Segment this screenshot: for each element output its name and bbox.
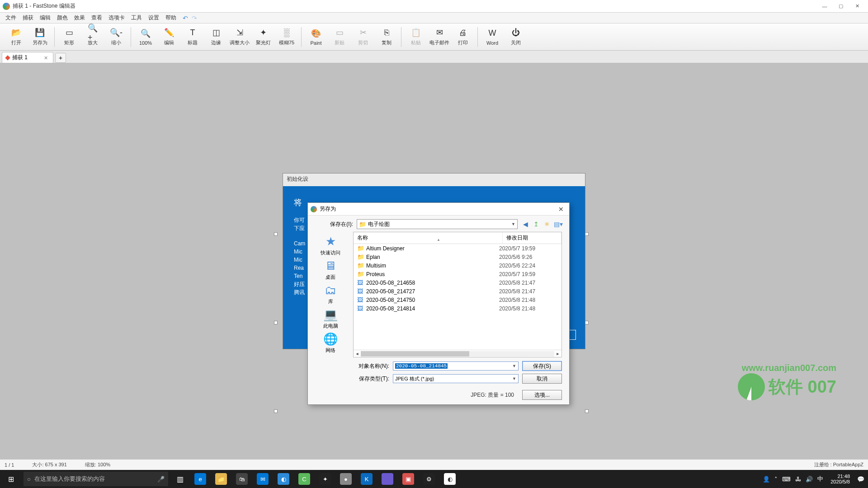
chevron-down-icon[interactable]: ▼ bbox=[512, 376, 516, 381]
tray-network-icon[interactable]: 🖧 bbox=[795, 476, 801, 483]
tool-关闭[interactable]: ⏻关闭 bbox=[504, 26, 528, 48]
scroll-left-icon[interactable]: ◄ bbox=[354, 352, 361, 356]
options-button[interactable]: 选项... bbox=[522, 390, 562, 400]
file-list-header[interactable]: 名称 修改日期 bbox=[354, 232, 561, 244]
horizontal-scrollbar[interactable]: ◄ ► bbox=[354, 350, 561, 357]
tool-编辑[interactable]: ✏️编辑 bbox=[157, 26, 181, 48]
tool-调整大小[interactable]: ⇲调整大小 bbox=[228, 26, 251, 48]
save-button[interactable]: 保存(S) bbox=[522, 361, 562, 371]
tb-app-faststone[interactable]: ◐ bbox=[439, 470, 460, 488]
tb-app-red[interactable]: ▣ bbox=[398, 470, 419, 488]
tool-电子邮件[interactable]: ✉电子邮件 bbox=[428, 26, 451, 48]
file-row[interactable]: 📁Eplan2020/5/6 9:26 bbox=[354, 253, 561, 261]
tool-打印[interactable]: 🖨打印 bbox=[451, 26, 475, 48]
tool-标题[interactable]: T标题 bbox=[181, 26, 204, 48]
menu-文件[interactable]: 文件 bbox=[3, 13, 19, 23]
tb-app-explorer[interactable]: 📁 bbox=[211, 470, 231, 488]
minimize-button[interactable]: — bbox=[816, 1, 833, 11]
tb-app-store[interactable]: 🛍 bbox=[231, 470, 252, 488]
dialog-close-button[interactable]: ✕ bbox=[556, 206, 566, 213]
file-row[interactable]: 🖼2020-05-08_2148142020/5/8 21:48 bbox=[354, 304, 561, 313]
tb-app-kugou[interactable]: K bbox=[356, 470, 377, 488]
maximize-button[interactable]: ▢ bbox=[833, 1, 849, 11]
tb-app-colorful[interactable]: ✦ bbox=[315, 470, 335, 488]
resize-handle[interactable] bbox=[274, 321, 278, 324]
tb-app-camtasia[interactable]: C bbox=[294, 470, 315, 488]
place-桌面[interactable]: 🖥桌面 bbox=[312, 259, 349, 281]
tray-input-icon[interactable]: ⌨ bbox=[782, 476, 791, 483]
mic-icon[interactable]: 🎤 bbox=[157, 476, 165, 483]
taskbar-clock[interactable]: 21:48 2020/5/8 bbox=[828, 474, 853, 484]
back-icon[interactable]: ◀ bbox=[521, 221, 529, 228]
tb-app-settings[interactable]: ⚙ bbox=[419, 470, 439, 488]
tray-up-icon[interactable]: ˄ bbox=[774, 476, 778, 483]
file-row[interactable]: 🖼2020-05-08_2146582020/5/8 21:47 bbox=[354, 278, 561, 287]
file-row[interactable]: 🖼2020-05-08_2147272020/5/8 21:47 bbox=[354, 287, 561, 296]
menu-颜色[interactable]: 颜色 bbox=[54, 13, 71, 23]
undo-icon[interactable]: ↶ bbox=[183, 14, 190, 22]
menu-帮助[interactable]: 帮助 bbox=[163, 13, 179, 23]
tray-ime-icon[interactable]: 中 bbox=[817, 475, 823, 483]
filename-input[interactable]: 2020-05-08_214845 ▼ bbox=[393, 361, 519, 371]
save-in-dropdown[interactable]: 📁 电子绘图 ▼ bbox=[357, 219, 518, 229]
scroll-right-icon[interactable]: ► bbox=[554, 352, 561, 356]
view-icon[interactable]: ▤▾ bbox=[554, 221, 562, 228]
task-view-button[interactable]: ▥ bbox=[170, 470, 190, 488]
menu-查看[interactable]: 查看 bbox=[89, 13, 105, 23]
chevron-down-icon[interactable]: ▼ bbox=[512, 364, 516, 368]
column-date[interactable]: 修改日期 bbox=[503, 232, 561, 244]
menu-设置[interactable]: 设置 bbox=[146, 13, 162, 23]
resize-handle[interactable] bbox=[585, 321, 589, 324]
tab-capture-1[interactable]: 捕获 1 ✕ bbox=[2, 52, 53, 63]
tool-聚光灯[interactable]: ✦聚光灯 bbox=[251, 26, 275, 48]
tool-矩形[interactable]: ▭矩形 bbox=[57, 26, 81, 48]
canvas[interactable]: 初始化设 将 你可 下应 CamMicMicReaTen好压腾讯 另存为 ✕ 保… bbox=[0, 63, 868, 459]
place-此电脑[interactable]: 💻此电脑 bbox=[312, 308, 349, 329]
tool-打开[interactable]: 📂打开 bbox=[5, 26, 28, 48]
tool-另存为[interactable]: 💾另存为 bbox=[28, 26, 52, 48]
tb-app-mail[interactable]: ✉ bbox=[252, 470, 273, 488]
resize-handle[interactable] bbox=[274, 232, 278, 236]
file-row[interactable]: 📁Altium Designer2020/5/7 19:59 bbox=[354, 244, 561, 253]
menu-工具[interactable]: 工具 bbox=[128, 13, 145, 23]
tb-app-purple[interactable] bbox=[377, 470, 398, 488]
menu-选项卡[interactable]: 选项卡 bbox=[106, 13, 127, 23]
place-快速访问[interactable]: ★快速访问 bbox=[312, 235, 349, 256]
menu-捕获[interactable]: 捕获 bbox=[20, 13, 36, 23]
cancel-button[interactable]: 取消 bbox=[522, 374, 562, 384]
tool-paint[interactable]: 🎨Paint bbox=[304, 27, 328, 47]
tb-app-gray[interactable]: ● bbox=[335, 470, 356, 488]
tool-复制[interactable]: ⎘复制 bbox=[375, 26, 398, 48]
file-row[interactable]: 📁Proteus2020/5/7 19:59 bbox=[354, 270, 561, 278]
menu-编辑[interactable]: 编辑 bbox=[37, 13, 53, 23]
file-row[interactable]: 🖼2020-05-08_2147502020/5/8 21:48 bbox=[354, 296, 561, 304]
file-list[interactable]: 📁Altium Designer2020/5/7 19:59📁Eplan2020… bbox=[354, 244, 561, 350]
new-folder-icon[interactable]: ✳ bbox=[543, 221, 551, 228]
tb-app-edge[interactable]: e bbox=[190, 470, 211, 488]
redo-icon[interactable]: ↷ bbox=[192, 14, 199, 22]
notifications-icon[interactable]: 💬 bbox=[857, 476, 864, 483]
place-库[interactable]: 🗂库 bbox=[312, 283, 349, 305]
resize-handle[interactable] bbox=[585, 409, 589, 413]
close-button[interactable]: ✕ bbox=[849, 1, 865, 11]
column-name[interactable]: 名称 bbox=[354, 232, 503, 244]
tb-app-browser[interactable]: ◐ bbox=[273, 470, 294, 488]
resize-handle[interactable] bbox=[274, 409, 278, 413]
tray-people-icon[interactable]: 👤 bbox=[763, 476, 770, 483]
start-button[interactable]: ⊞ bbox=[0, 470, 22, 488]
menu-效果[interactable]: 效果 bbox=[71, 13, 88, 23]
tool-缩小[interactable]: 🔍-缩小 bbox=[104, 26, 128, 48]
resize-handle[interactable] bbox=[585, 232, 589, 236]
place-网络[interactable]: 🌐网络 bbox=[312, 332, 349, 354]
tab-add-button[interactable]: + bbox=[55, 53, 66, 63]
tab-close-icon[interactable]: ✕ bbox=[44, 55, 49, 61]
tray-volume-icon[interactable]: 🔊 bbox=[806, 476, 813, 483]
tool-word[interactable]: WWord bbox=[481, 27, 504, 47]
tool-边缘[interactable]: ◫边缘 bbox=[204, 26, 228, 48]
up-icon[interactable]: ↥ bbox=[532, 221, 540, 228]
filetype-dropdown[interactable]: JPEG 格式 (*.jpg) ▼ bbox=[393, 374, 519, 383]
file-row[interactable]: 📁Multisim2020/5/6 22:24 bbox=[354, 261, 561, 270]
tool-放大[interactable]: 🔍+放大 bbox=[81, 26, 104, 48]
tool-模糊75[interactable]: ░模糊75 bbox=[275, 26, 298, 48]
taskbar-search[interactable]: ○ 在这里输入你要搜索的内容 🎤 bbox=[24, 472, 168, 486]
